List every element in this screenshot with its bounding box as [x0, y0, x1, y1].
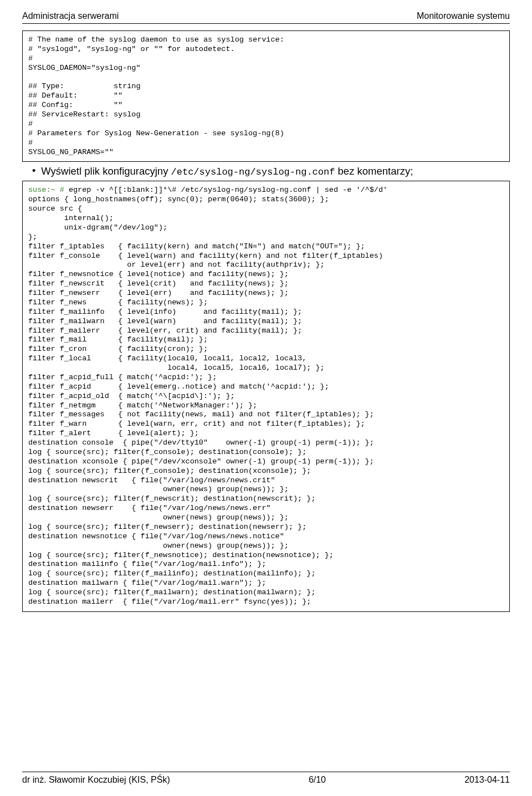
bullet-item: • Wyświetl plik konfiguracyjny /etc/sysl…: [32, 165, 510, 177]
code-block-sysconfig: # The name of the syslog daemon to use a…: [22, 30, 510, 162]
bullet-post: bez komentarzy;: [335, 165, 413, 177]
header-left: Administracja serwerami: [22, 11, 119, 21]
footer-left: dr inż. Sławomir Koczubiej (KIS, PŚk): [22, 775, 170, 785]
content: # The name of the syslog daemon to use a…: [22, 30, 510, 767]
page-footer: dr inż. Sławomir Koczubiej (KIS, PŚk) 6/…: [22, 772, 510, 785]
page: Administracja serwerami Monitorowanie sy…: [0, 0, 532, 796]
bullet-icon: •: [32, 165, 35, 177]
bullet-text: Wyświetl plik konfiguracyjny /etc/syslog…: [41, 165, 413, 177]
footer-center: 6/10: [309, 775, 326, 785]
terminal-command: egrep -v ^[[:blank:]]*\# /etc/syslog-ng/…: [64, 186, 387, 194]
page-header: Administracja serwerami Monitorowanie sy…: [22, 11, 510, 24]
header-right: Monitorowanie systemu: [417, 11, 510, 21]
terminal-output: options { long_hostnames(off); sync(0); …: [28, 195, 504, 607]
bullet-path: /etc/syslog-ng/syslog-ng.conf: [171, 167, 335, 177]
bullet-pre: Wyświetl plik konfiguracyjny: [41, 165, 171, 177]
terminal-prompt: suse:~ #: [28, 186, 64, 194]
code-block-syslog-ng: suse:~ # egrep -v ^[[:blank:]]*\# /etc/s…: [22, 181, 510, 611]
footer-right: 2013-04-11: [464, 775, 510, 785]
